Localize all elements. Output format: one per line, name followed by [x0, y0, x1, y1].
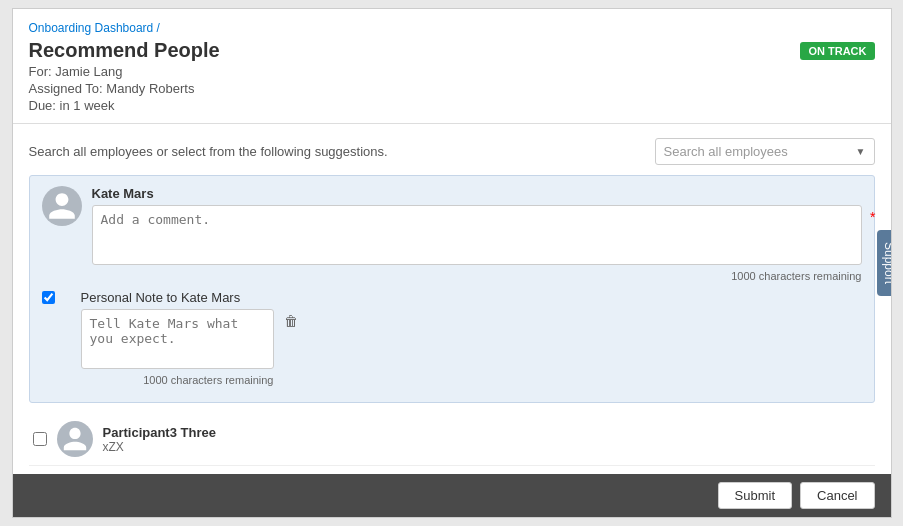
participant-name-0: Participant3 Three: [103, 425, 871, 440]
page-title-row: Recommend People ON TRACK: [29, 39, 875, 62]
personal-note-section: Personal Note to Kate Mars 🗑 1000 charac…: [81, 290, 274, 386]
breadcrumb[interactable]: Onboarding Dashboard /: [29, 21, 875, 35]
status-badge: ON TRACK: [800, 42, 874, 60]
search-row: Search all employees or select from the …: [29, 138, 875, 165]
personal-note-checkbox-row: Personal Note to Kate Mars 🗑 1000 charac…: [42, 290, 862, 386]
search-hint: Search all employees or select from the …: [29, 144, 388, 159]
support-tab[interactable]: Support: [877, 230, 891, 296]
participant-list: Participant3 Three xZX Participant1 One …: [29, 413, 875, 474]
delete-icon[interactable]: 🗑: [284, 313, 298, 329]
avatar: [42, 186, 82, 226]
search-dropdown-placeholder: Search all employees: [664, 144, 788, 159]
due-line: Due: in 1 week: [29, 98, 875, 113]
footer: Submit Cancel: [13, 474, 891, 517]
personal-note-textarea[interactable]: [81, 309, 274, 369]
participant-checkbox-0[interactable]: [33, 432, 47, 446]
comment-char-count: 1000 characters remaining: [92, 270, 862, 282]
comment-field-wrapper: *: [92, 205, 862, 268]
personal-note-label: Personal Note to Kate Mars: [81, 290, 274, 305]
person-name: Kate Mars: [92, 186, 862, 201]
content-area: Search all employees or select from the …: [13, 124, 891, 474]
comment-textarea[interactable]: [92, 205, 862, 265]
person-header: Kate Mars * 1000 characters remaining: [42, 186, 862, 282]
page-title: Recommend People: [29, 39, 220, 62]
selected-person-card: Kate Mars * 1000 characters remaining Pe…: [29, 175, 875, 403]
participant-sub-0: xZX: [103, 440, 871, 454]
list-item: Participant3 Three xZX: [29, 413, 875, 466]
assigned-line: Assigned To: Mandy Roberts: [29, 81, 875, 96]
chevron-down-icon: ▼: [856, 146, 866, 157]
required-indicator: *: [870, 209, 875, 225]
list-item: Participant1 One dsadsa: [29, 466, 875, 474]
page-header: Onboarding Dashboard / Recommend People …: [13, 9, 891, 124]
avatar: [57, 421, 93, 457]
personal-note-checkbox[interactable]: [42, 291, 55, 304]
participant-details-0: Participant3 Three xZX: [103, 425, 871, 454]
person-info: Kate Mars * 1000 characters remaining: [92, 186, 862, 282]
cancel-button[interactable]: Cancel: [800, 482, 874, 509]
personal-note-wrapper: 🗑: [81, 309, 274, 372]
personal-note-char-count: 1000 characters remaining: [81, 374, 274, 386]
search-dropdown[interactable]: Search all employees ▼: [655, 138, 875, 165]
submit-button[interactable]: Submit: [718, 482, 792, 509]
for-line: For: Jamie Lang: [29, 64, 875, 79]
